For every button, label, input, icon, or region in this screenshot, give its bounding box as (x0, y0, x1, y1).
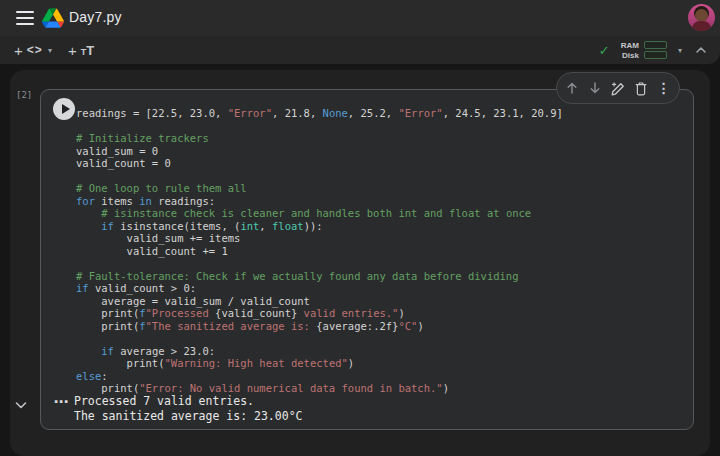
delete-cell-button[interactable] (633, 81, 648, 96)
kebab-menu-icon: ⋮ (657, 81, 671, 95)
output-options-icon[interactable]: ⋯ (51, 393, 71, 411)
code-cell: readings = [22.5, 23.0, "Error", 21.8, N… (40, 89, 694, 430)
plus-icon: + (14, 43, 23, 58)
chevron-down-icon (13, 397, 29, 413)
collapse-output-button[interactable] (13, 397, 29, 413)
text-icon: TT (81, 41, 94, 59)
cell-more-actions-button[interactable]: ⋮ (656, 81, 671, 96)
resources-monitor[interactable]: ✓ RAM Disk ▾ (599, 36, 682, 64)
connected-check-icon: ✓ (599, 43, 610, 58)
resource-bars (644, 41, 667, 59)
ram-usage-bar (644, 41, 667, 49)
resources-caret-icon[interactable]: ▾ (678, 46, 682, 55)
add-text-cell-button[interactable]: + TT (68, 36, 94, 64)
chevron-up-icon (694, 43, 708, 57)
plus-icon: + (68, 43, 77, 58)
ram-label: RAM (621, 41, 639, 50)
move-cell-down-button[interactable] (588, 81, 603, 96)
resource-labels: RAM Disk (621, 41, 639, 60)
disk-usage-bar (644, 51, 667, 59)
colab-app: Day7.py + <> ▾ + TT ✓ RAM Disk ▾ (0, 0, 720, 456)
disk-label: Disk (622, 51, 639, 60)
code-icon: <> (27, 43, 43, 57)
menu-icon[interactable] (16, 11, 34, 25)
user-avatar[interactable] (688, 4, 715, 31)
drive-logo-icon (42, 8, 64, 28)
edit-with-ai-button[interactable] (610, 81, 625, 96)
notebook-toolbar: + <> ▾ + TT ✓ RAM Disk ▾ (0, 36, 720, 64)
add-code-dropdown-caret-icon[interactable]: ▾ (48, 36, 52, 64)
arrow-down-icon (588, 81, 602, 95)
collapse-header-button[interactable] (694, 43, 708, 57)
code-editor[interactable]: readings = [22.5, 23.0, "Error", 21.8, N… (76, 107, 563, 395)
notebook-title[interactable]: Day7.py (69, 9, 122, 25)
cell-output-text: Processed 7 valid entries.The sanitized … (74, 394, 302, 423)
app-header: Day7.py (0, 0, 720, 36)
cell-toolbar: ⋮ (556, 72, 680, 104)
pencil-sparkle-icon (610, 81, 625, 96)
move-cell-up-button[interactable] (565, 81, 580, 96)
run-cell-button[interactable] (53, 98, 75, 120)
arrow-up-icon (565, 81, 579, 95)
trash-icon (634, 81, 648, 96)
add-code-cell-button[interactable]: + <> (14, 36, 43, 64)
execution-count: [2] (16, 90, 32, 100)
